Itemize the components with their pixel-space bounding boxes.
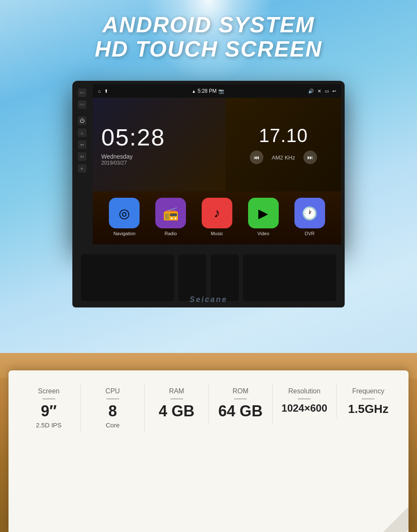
wifi-icon: ▲	[192, 89, 196, 94]
video-label: Video	[257, 231, 269, 236]
clock-time: 05:28	[101, 123, 217, 151]
unit-frame: MIC RST ⏻ ⌂ ↩ 4+ 4-	[72, 81, 345, 248]
spec-rom: ROM 64 GB	[209, 383, 273, 424]
prev-station-button[interactable]: ⏮	[250, 151, 263, 164]
back-side-button[interactable]: ↩	[78, 140, 86, 149]
usb-icon: ⬆	[104, 88, 108, 94]
vent-center-narrow2	[211, 254, 239, 301]
heading-line1: ANDROID SYSTEM	[0, 13, 417, 37]
spec-rom-value: 64 GB	[218, 403, 263, 420]
screen-area: ⌂ ⬆ ▲ 5:28 PM 📷 🔊 ✕ ▭ ↩	[93, 84, 341, 245]
apps-row: ◎ Navigation 📻 Radio ♪ Music ▶ Video	[93, 191, 341, 245]
spec-ram: RAM 4 GB	[145, 383, 208, 424]
spec-cpu-label: CPU	[106, 387, 120, 395]
spec-cpu-divider	[106, 398, 119, 399]
radio-label: Radio	[165, 231, 177, 236]
radio-frequency: 17.10	[259, 125, 308, 146]
status-bar: ⌂ ⬆ ▲ 5:28 PM 📷 🔊 ✕ ▭ ↩	[93, 84, 341, 98]
spec-screen-label: Screen	[38, 387, 60, 395]
spec-resolution-divider	[298, 398, 311, 399]
music-icon: ♪	[202, 198, 232, 228]
radio-band: AM2	[272, 154, 283, 161]
spec-rom-label: ROM	[232, 387, 248, 395]
spec-screen: Screen 9″ 2.5D IPS	[17, 383, 81, 433]
app-dvr[interactable]: 🕐 DVR	[294, 198, 325, 236]
dvr-icon: 🕐	[294, 198, 325, 228]
volume-icon[interactable]: 🔊	[308, 88, 314, 94]
app-nav[interactable]: ◎ Navigation	[109, 198, 140, 236]
spec-frequency-value: 1.5GHz	[348, 403, 388, 416]
power-button[interactable]: ⏻	[78, 117, 86, 125]
car-unit: MIC RST ⏻ ⌂ ↩ 4+ 4-	[72, 81, 345, 307]
unit-body: MIC RST ⏻ ⌂ ↩ 4+ 4-	[76, 84, 341, 245]
radio-icon: 📻	[155, 198, 186, 228]
home-icon[interactable]: ⌂	[98, 88, 101, 94]
vol-down-button[interactable]: 4-	[78, 164, 86, 173]
radio-unit: KHz	[285, 154, 295, 161]
status-bar-center: ▲ 5:28 PM 📷	[192, 88, 225, 94]
spec-resolution-value: 1024×600	[282, 403, 327, 414]
back-icon[interactable]: ↩	[332, 88, 336, 94]
spec-frequency: Frequency 1.5GHz	[337, 383, 400, 420]
vent-right	[243, 254, 336, 301]
vent-center-narrow	[178, 254, 206, 301]
radio-info: AM2 KHz	[272, 154, 295, 161]
home-side-button[interactable]: ⌂	[78, 128, 86, 137]
spec-resolution: Resolution 1024×600	[273, 383, 337, 418]
vent-left	[81, 254, 174, 301]
spec-frequency-label: Frequency	[352, 387, 385, 395]
app-radio[interactable]: 📻 Radio	[155, 198, 186, 236]
rst-label: RST	[78, 100, 86, 109]
app-music[interactable]: ♪ Music	[202, 198, 232, 236]
nav-icon: ◎	[109, 198, 140, 228]
specs-paper: Screen 9″ 2.5D IPS CPU 8 Core RAM 4 GB R…	[9, 370, 408, 532]
radio-controls: ⏮ AM2 KHz ⏭	[250, 151, 317, 164]
music-label: Music	[211, 231, 223, 236]
spec-rom-divider	[234, 398, 247, 399]
clock-date: 2019/03/27	[101, 160, 217, 166]
spec-screen-sub: 2.5D IPS	[36, 421, 62, 429]
spec-frequency-divider	[362, 398, 374, 399]
spec-ram-label: RAM	[169, 387, 184, 395]
camera-icon: 📷	[218, 88, 224, 94]
dvr-label: DVR	[305, 231, 314, 236]
spec-ram-value: 4 GB	[159, 403, 194, 420]
spec-ram-divider	[170, 398, 183, 399]
mic-label: MIC	[78, 88, 86, 97]
close-icon[interactable]: ✕	[317, 88, 321, 94]
spec-cpu-sub: Core	[106, 421, 120, 429]
specs-section: Screen 9″ 2.5D IPS CPU 8 Core RAM 4 GB R…	[0, 366, 417, 532]
main-heading: ANDROID SYSTEM HD TOUCH SCREEN	[0, 13, 417, 61]
specs-grid: Screen 9″ 2.5D IPS CPU 8 Core RAM 4 GB R…	[17, 383, 400, 523]
status-time: 5:28 PM	[197, 88, 217, 94]
spec-cpu: CPU 8 Core	[81, 383, 145, 433]
video-icon: ▶	[248, 198, 279, 228]
app-video[interactable]: ▶ Video	[248, 198, 279, 236]
spec-screen-value: 9″	[41, 403, 57, 420]
side-buttons-left: MIC RST ⏻ ⌂ ↩ 4+ 4-	[76, 84, 93, 245]
nav-label: Navigation	[113, 231, 135, 236]
radio-panel: 17.10 ⏮ AM2 KHz ⏭	[226, 98, 341, 191]
status-bar-right: 🔊 ✕ ▭ ↩	[308, 88, 336, 94]
clock-day: Wednesday	[101, 153, 217, 160]
vol-up-button[interactable]: 4+	[78, 152, 86, 161]
status-bar-left: ⌂ ⬆	[98, 88, 108, 94]
clock-panel: 05:28 Wednesday 2019/03/27	[93, 98, 226, 191]
spec-cpu-value: 8	[109, 403, 117, 420]
heading-line2: HD TOUCH SCREEN	[0, 37, 417, 61]
next-station-button[interactable]: ⏭	[303, 151, 317, 164]
spec-resolution-label: Resolution	[288, 387, 320, 395]
display-content: 05:28 Wednesday 2019/03/27 17.10 ⏮ AM2	[93, 98, 341, 191]
window-icon[interactable]: ▭	[325, 88, 329, 94]
spec-screen-divider	[43, 398, 55, 399]
